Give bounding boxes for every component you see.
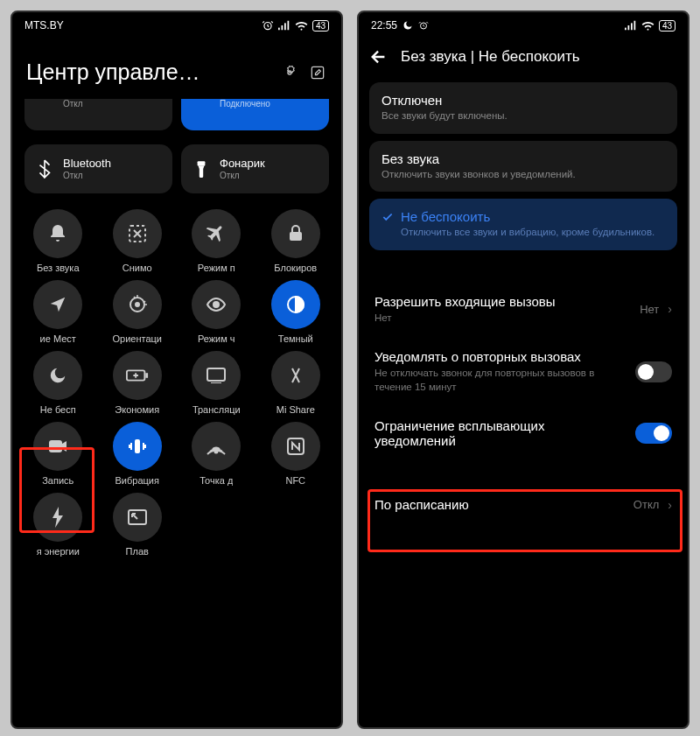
toggle-hotspot[interactable]: [192, 422, 241, 471]
grid-item-record: Запись: [21, 422, 95, 486]
toggle-vibrate[interactable]: [113, 422, 162, 471]
toggle-moon[interactable]: [33, 351, 82, 400]
settings-header: Без звука | Не беспокоить: [359, 35, 688, 82]
svg-point-11: [136, 303, 139, 306]
toggle-lock[interactable]: [271, 209, 320, 258]
row-repeat-calls[interactable]: Уведомлять о повторных вызовах Не отключ…: [369, 337, 677, 406]
toggle-eye[interactable]: [192, 280, 241, 329]
grid-item-eye: Режим ч: [179, 280, 254, 344]
battery-indicator: 43: [312, 20, 329, 32]
bluetooth-icon: [35, 159, 54, 179]
grid-label: Плав: [126, 546, 149, 557]
svg-rect-4: [287, 21, 289, 31]
grid-item-bell: Без звука: [21, 209, 95, 273]
toggle-nfc[interactable]: [271, 422, 320, 471]
grid-label: я энергии: [37, 546, 80, 557]
grid-item-airplane: Режим п: [179, 209, 254, 273]
toggle-pip[interactable]: [113, 493, 162, 542]
check-icon: [382, 211, 394, 223]
top-tile-row: Откл Подключено: [12, 95, 341, 134]
svg-rect-7: [198, 161, 206, 166]
grid-label: NFC: [285, 475, 305, 486]
tile-flashlight[interactable]: Фонарик Откл: [181, 144, 329, 193]
grid-label: Трансляци: [192, 404, 241, 415]
option-disabled[interactable]: Отключен Все звуки будут включены.: [369, 82, 677, 134]
grid-item-bolt: я энергии: [21, 493, 95, 557]
quick-settings-grid: Без звукаСнимоРежим пБлокировие МестОрие…: [12, 197, 341, 557]
grid-label: Не бесп: [40, 404, 76, 415]
svg-rect-18: [49, 440, 62, 452]
alarm-status-icon: [418, 20, 429, 31]
tile-bluetooth[interactable]: Bluetooth Откл: [24, 144, 172, 193]
toggle-popup-limit[interactable]: [635, 423, 672, 444]
svg-rect-26: [631, 23, 633, 30]
svg-rect-2: [281, 25, 283, 30]
grid-item-lock: Блокиров: [259, 209, 333, 273]
option-silent[interactable]: Без звука Отключить звуки звонков и увед…: [369, 141, 677, 193]
grid-item-moon: Не бесп: [21, 351, 95, 415]
status-bar: MTS.BY 43: [12, 12, 341, 35]
battery-indicator: 43: [659, 20, 676, 32]
signal-icon: [278, 20, 290, 31]
grid-item-battery-plus: Экономия: [101, 351, 175, 415]
grid-item-rotation: Ориентаци: [101, 280, 175, 344]
grid-label: ие Мест: [40, 333, 76, 344]
toggle-record[interactable]: [33, 422, 82, 471]
toggle-cast[interactable]: [192, 351, 241, 400]
row-allow-incoming-calls[interactable]: Разрешить входящие вызовы Нет Нет ›: [369, 282, 677, 338]
grid-item-contrast: Темный: [259, 280, 333, 344]
svg-rect-6: [312, 67, 323, 78]
toggle-rotation[interactable]: [113, 280, 162, 329]
toggle-bolt[interactable]: [33, 493, 82, 542]
svg-rect-17: [211, 382, 221, 383]
settings-body: Отключен Все звуки будут включены. Без з…: [359, 82, 688, 524]
grid-label: Экономия: [115, 404, 159, 415]
toggle-contrast[interactable]: [271, 280, 320, 329]
toggle-battery-plus[interactable]: [113, 351, 162, 400]
row-popup-limit[interactable]: Ограничение всплывающих уведомлений: [369, 406, 677, 460]
option-dnd[interactable]: Не беспокоить Отключить все звуки и вибр…: [369, 199, 677, 250]
svg-rect-3: [284, 23, 286, 30]
grid-label: Ориентаци: [113, 333, 163, 344]
flashlight-icon: [192, 159, 211, 179]
back-button[interactable]: [369, 47, 388, 67]
svg-rect-27: [634, 21, 635, 31]
toggle-screenshot[interactable]: [113, 209, 162, 258]
toggle-airplane[interactable]: [192, 209, 241, 258]
signal-icon: [625, 20, 637, 31]
chevron-right-icon: ›: [668, 302, 672, 316]
grid-item-mishare: Mi Share: [259, 351, 333, 415]
grid-label: Режим ч: [198, 333, 235, 344]
chevron-right-icon: ›: [668, 498, 672, 512]
grid-label: Mi Share: [276, 404, 315, 415]
grid-label: Режим п: [198, 263, 235, 273]
row-schedule[interactable]: По расписанию Откл ›: [369, 485, 677, 524]
svg-rect-9: [290, 232, 302, 241]
toggle-bell[interactable]: [33, 209, 82, 258]
svg-point-20: [215, 451, 218, 453]
grid-item-vibrate: Вибрация: [101, 422, 175, 486]
toggle-repeat-calls[interactable]: [635, 361, 672, 382]
grid-item-screenshot: Снимо: [101, 209, 175, 273]
svg-rect-25: [627, 25, 629, 30]
phone-settings-dnd: 22:55 43 Без звука | Не беспокоить: [357, 11, 690, 729]
phone-control-center: MTS.BY 43 Центр управле…: [10, 11, 343, 729]
grid-label: Вибрация: [116, 475, 159, 486]
toggle-mishare[interactable]: [271, 351, 320, 400]
clock: 22:55: [371, 19, 397, 32]
grid-item-location: ие Мест: [21, 280, 95, 344]
settings-gear-icon[interactable]: [280, 63, 299, 82]
grid-item-hotspot: Точка д: [179, 422, 254, 486]
svg-rect-15: [145, 373, 148, 378]
grid-item-pip: Плав: [101, 493, 175, 557]
svg-rect-16: [207, 368, 225, 381]
mid-tile-row: Bluetooth Откл Фонарик Откл: [12, 141, 341, 197]
tile-wifi[interactable]: Подключено: [181, 99, 329, 130]
svg-rect-1: [278, 28, 280, 31]
toggle-location[interactable]: [33, 280, 82, 329]
edit-icon[interactable]: [308, 63, 327, 82]
moon-status-icon: [402, 20, 413, 31]
status-bar: 22:55 43: [359, 12, 688, 35]
grid-label: Блокиров: [274, 263, 317, 273]
tile-mobile-data[interactable]: Откл: [24, 99, 172, 130]
